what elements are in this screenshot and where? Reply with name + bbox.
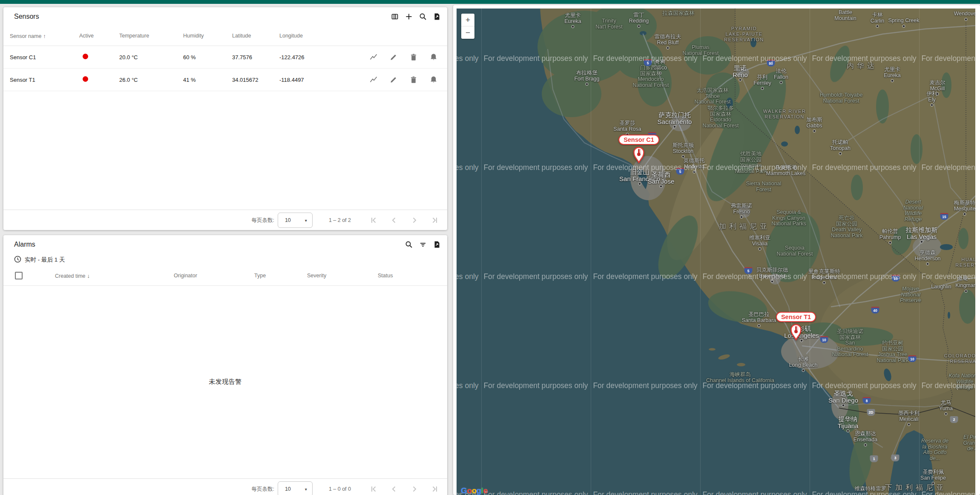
delete-trash-icon[interactable] [409,53,418,61]
alarm-bell-icon[interactable] [429,75,438,84]
col-longitude[interactable]: Longitude [279,33,348,39]
map-place-label: 长滩Long Beach [789,356,818,368]
search-icon[interactable] [419,12,427,21]
sensors-table-body: Sensor C120.0 °C60 %37.7576-122.4726Sens… [3,46,447,91]
col-type[interactable]: Type [254,273,307,279]
sensor-map-pin[interactable] [632,146,645,165]
chevron-down-icon: ▾ [305,487,307,492]
map-place-label: 伊利Ely [927,91,937,103]
tile-seam [700,9,701,495]
city-dot [673,125,676,128]
city-dot [740,216,743,219]
zoom-out-button[interactable]: − [461,26,474,39]
interstate-shield-8: 8 [863,397,871,404]
col-temperature[interactable]: Temperature [119,33,183,39]
city-dot [945,412,948,415]
humidity-cell: 60 % [183,54,232,60]
search-icon[interactable] [405,240,413,249]
map-place-label: 拉斯维加斯Las Vegas [906,227,938,240]
map-place-label: 法伦Fallon [774,68,788,80]
col-severity[interactable]: Severity [307,273,378,279]
city-dot [638,25,641,28]
items-per-page-label: 每页条数: [251,486,274,493]
map-zoom-control: + − [461,14,474,39]
city-dot [638,182,641,185]
sort-asc-icon: ↑ [43,33,46,39]
alarm-time-window[interactable]: 实时 - 最后 1 天 [3,254,447,266]
city-dot [813,130,816,132]
col-active[interactable]: Active [79,33,119,39]
col-latitude[interactable]: Latitude [232,33,279,39]
col-sensor-name[interactable]: Sensor name↑ [10,33,79,39]
active-status-dot [83,54,88,59]
dev-watermark: For development purposes only [483,272,588,281]
map-place-label: Laughlin [931,284,951,290]
edit-pencil-icon[interactable] [389,53,398,61]
dev-watermark: For development purposes only [483,163,588,172]
sensors-table-header: Sensor name↑ Active Temperature Humidity… [3,26,447,46]
export-icon[interactable] [433,240,441,249]
delete-trash-icon[interactable] [409,75,418,84]
map-place-label: 卡林Carlin [871,12,885,24]
sensor-table-row[interactable]: Sensor T126.0 °C41 %34.015672-118.4497 [3,69,447,91]
dev-watermark: For development purposes only [457,54,479,63]
city-dot [739,78,742,81]
last-page-icon[interactable] [429,215,440,226]
map-place-label: 圣贝纳迪诺国家森林SanBernardinoNational Forest [832,329,868,358]
city-dot [761,87,764,90]
city-dot [660,185,663,188]
google-logo[interactable]: Google [461,486,487,495]
columns-icon[interactable] [391,12,399,21]
page-range: 1 – 2 of 2 [329,217,351,223]
map-place-label: 拉森国家森林 [663,11,695,17]
alarms-header: Alarms [3,235,447,254]
map-place-label: 雷德布拉夫Red Bluff [655,34,681,46]
first-page-icon[interactable] [368,215,379,226]
map-graphics [457,9,975,495]
col-originator[interactable]: Originator [174,273,254,279]
page-size-select[interactable]: 10▾ [278,213,313,228]
tile-seam [810,9,810,495]
map-place-label: 加布斯Gabbs [806,117,822,129]
map-place-label: El PinacGran Dede Al [963,435,975,452]
timeseries-chart-icon[interactable] [369,53,378,61]
sensors-header: Sensors [3,7,447,26]
next-page-icon[interactable] [409,483,420,495]
sensor-map-label[interactable]: Sensor T1 [776,312,816,322]
sensor-map-pin[interactable] [790,323,802,342]
prev-page-icon[interactable] [388,215,399,226]
dev-watermark: For development purposes only [921,163,975,172]
timeseries-chart-icon[interactable] [369,75,378,84]
filter-icon[interactable] [419,240,427,249]
col-created-time[interactable]: Created time↓ [55,273,174,279]
city-dot [823,281,826,284]
col-humidity[interactable]: Humidity [183,33,232,39]
page-range: 1 – 0 of 0 [329,486,351,492]
zoom-in-button[interactable]: + [461,14,474,26]
export-icon[interactable] [433,12,441,21]
city-dot [586,83,589,86]
longitude-cell: -122.4726 [279,54,348,60]
first-page-icon[interactable] [368,483,379,495]
city-dot [926,262,929,265]
city-dot [963,213,966,216]
add-icon[interactable] [405,12,413,21]
edit-pencil-icon[interactable] [389,75,398,84]
tile-seam [919,9,920,495]
sensor-table-row[interactable]: Sensor C120.0 °C60 %37.7576-122.4726 [3,46,447,69]
map-place-label: 芬利Fernley [753,74,771,86]
dev-watermark: For development purposes only [593,163,697,172]
alarms-table-header: Created time↓ Originator Type Severity S… [3,266,447,286]
prev-page-icon[interactable] [388,483,399,495]
next-page-icon[interactable] [409,215,420,226]
map-place-label: 约书亚树国家公园Joshua TreeNational Park [877,340,908,363]
last-page-icon[interactable] [429,483,440,495]
alarm-bell-icon[interactable] [429,53,438,61]
col-status[interactable]: Status [378,273,447,279]
map-place-label: 萨克拉门托Sacramento [658,112,692,125]
sensor-map-label[interactable]: Sensor C1 [618,135,659,145]
google-map[interactable]: 尤里卡EurekaTrinityNat'l Forest雷丁Redding拉森国… [457,9,975,495]
map-place-label: WALKER RIVERRESERVATION [763,109,806,120]
select-all-checkbox[interactable] [15,272,23,279]
page-size-select[interactable]: 10▾ [278,481,313,495]
